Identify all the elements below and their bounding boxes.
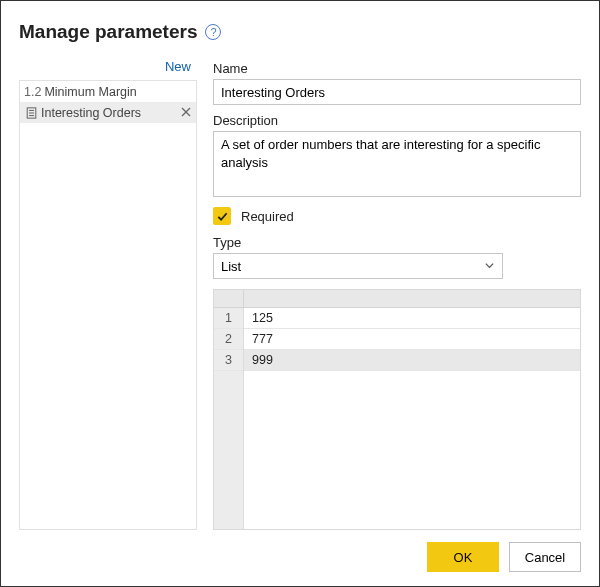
parameter-item-interesting-orders[interactable]: Interesting Orders bbox=[20, 102, 196, 123]
dialog-header: Manage parameters ? bbox=[19, 21, 581, 43]
grid-value-column: 125 777 999 bbox=[244, 308, 580, 529]
type-dropdown[interactable]: List bbox=[213, 253, 503, 279]
required-label: Required bbox=[241, 209, 294, 224]
parameter-form: Name Description Required Type List bbox=[213, 57, 581, 530]
required-row: Required bbox=[213, 207, 581, 225]
chevron-down-icon bbox=[484, 259, 495, 274]
required-checkbox[interactable] bbox=[213, 207, 231, 225]
list-icon bbox=[24, 107, 38, 119]
parameter-item-minimum-margin[interactable]: 1.2 Minimum Margin bbox=[20, 81, 196, 102]
grid-rownum: 2 bbox=[214, 329, 243, 350]
parameter-label: Interesting Orders bbox=[41, 106, 179, 120]
type-value: List bbox=[221, 259, 241, 274]
type-label: Type bbox=[213, 235, 581, 250]
delete-parameter-icon[interactable] bbox=[179, 105, 193, 120]
grid-rownum-column: 1 2 3 bbox=[214, 308, 244, 529]
description-field[interactable] bbox=[213, 131, 581, 197]
name-field[interactable] bbox=[213, 79, 581, 105]
grid-header-rownum bbox=[214, 290, 244, 307]
ok-button[interactable]: OK bbox=[427, 542, 499, 572]
parameter-sidebar: New 1.2 Minimum Margin Interesting Order… bbox=[19, 57, 197, 530]
grid-header bbox=[214, 290, 580, 308]
new-parameter-link[interactable]: New bbox=[19, 57, 197, 80]
cancel-button[interactable]: Cancel bbox=[509, 542, 581, 572]
parameter-label: Minimum Margin bbox=[44, 85, 193, 99]
list-values-grid: 1 2 3 125 777 999 bbox=[213, 289, 581, 530]
grid-cell[interactable]: 999 bbox=[244, 350, 580, 371]
grid-rownum: 3 bbox=[214, 350, 243, 371]
grid-cell[interactable]: 777 bbox=[244, 329, 580, 350]
grid-rownum: 1 bbox=[214, 308, 243, 329]
dialog-body: New 1.2 Minimum Margin Interesting Order… bbox=[19, 57, 581, 530]
name-label: Name bbox=[213, 61, 581, 76]
help-icon[interactable]: ? bbox=[205, 24, 221, 40]
grid-cell[interactable]: 125 bbox=[244, 308, 580, 329]
description-label: Description bbox=[213, 113, 581, 128]
parameter-list: 1.2 Minimum Margin Interesting Orders bbox=[19, 80, 197, 530]
dialog-footer: OK Cancel bbox=[19, 542, 581, 572]
parameter-prefix: 1.2 bbox=[24, 85, 41, 99]
dialog-title: Manage parameters bbox=[19, 21, 197, 43]
grid-header-value bbox=[244, 290, 580, 307]
